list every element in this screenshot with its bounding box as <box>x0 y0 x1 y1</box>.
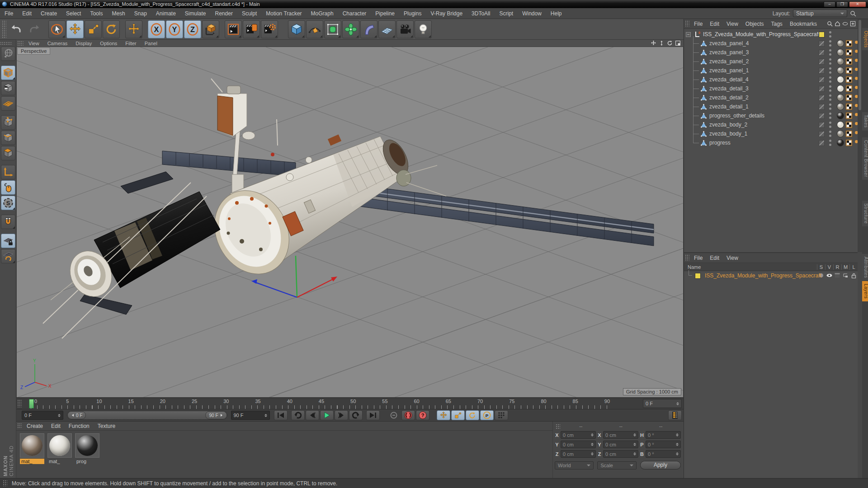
object-row[interactable]: zvezda_panel_2 <box>684 57 858 66</box>
lock-toggle[interactable] <box>849 273 858 278</box>
position-field[interactable]: 0 cm <box>561 450 596 458</box>
coordinate-space-dropdown[interactable]: World <box>555 461 594 469</box>
menu-item[interactable]: Tools <box>85 10 107 17</box>
cloner-button[interactable] <box>342 20 359 38</box>
material-grip[interactable] <box>17 423 22 429</box>
timeline-mode-button[interactable] <box>668 410 682 420</box>
editor-render-dots[interactable] <box>829 122 831 128</box>
layout-dropdown[interactable]: Startup <box>793 9 847 17</box>
range-start-handle[interactable]: 0 F <box>67 411 86 419</box>
material-tag[interactable] <box>837 76 844 83</box>
camera-button[interactable] <box>396 20 414 38</box>
undo-button[interactable] <box>8 20 25 38</box>
tab-attributes[interactable]: Attributes <box>862 254 868 281</box>
object-manager-menu-item[interactable]: View <box>723 21 742 27</box>
home-icon[interactable] <box>835 21 840 27</box>
menu-item[interactable]: MoGraph <box>307 10 338 17</box>
uvw-tag[interactable] <box>845 40 853 47</box>
subdivision-surface-button[interactable] <box>324 20 341 38</box>
preview-range-slider[interactable]: 0 F 90 F <box>67 411 227 420</box>
material-tag[interactable] <box>837 130 844 137</box>
material-menu-item[interactable]: Texture <box>94 423 119 429</box>
render-view-button[interactable] <box>225 20 242 38</box>
layer-color-chip[interactable] <box>695 273 701 279</box>
menu-item[interactable]: Plugins <box>399 10 426 17</box>
menu-item[interactable]: Mesh <box>107 10 129 17</box>
material-label[interactable]: mat_ <box>47 459 72 464</box>
model-mode-button[interactable] <box>1 66 15 80</box>
rotation-field[interactable]: 0 ° <box>646 441 681 448</box>
menu-item[interactable]: Render <box>211 10 237 17</box>
palette-grip[interactable] <box>0 42 12 45</box>
visibility-toggle[interactable] <box>819 86 825 92</box>
add-layer-icon[interactable] <box>850 21 856 27</box>
close-button[interactable]: ✕ <box>849 1 866 7</box>
object-row-root[interactable]: – 0 ISS_Zvezda_Module_with_Progress_Spac… <box>684 30 858 39</box>
menu-item[interactable]: Simulate <box>180 10 211 17</box>
toggle-panel-icon[interactable] <box>675 40 681 46</box>
editor-render-dots[interactable] <box>829 40 831 47</box>
move-tool-button[interactable] <box>66 20 84 38</box>
material-tag[interactable] <box>837 112 844 119</box>
collapse-icon[interactable]: – <box>686 32 691 37</box>
polygons-mode-button[interactable] <box>1 146 15 160</box>
add-cube-button[interactable] <box>288 20 305 38</box>
visibility-toggle[interactable] <box>819 104 825 110</box>
range-start-field[interactable]: 0 F <box>22 411 63 420</box>
material-menu-item[interactable]: Create <box>23 423 47 429</box>
object-row[interactable]: zvezda_detail_4 <box>684 75 858 84</box>
play-forwards-button[interactable] <box>320 410 334 420</box>
layer-manager-menu-item[interactable]: View <box>723 255 742 261</box>
object-row[interactable]: zvezda_body_2 <box>684 120 858 129</box>
material-item[interactable]: prog <box>75 433 100 464</box>
keyframe-rotation-button[interactable] <box>466 410 479 420</box>
workplane-rotate-button[interactable] <box>1 249 15 263</box>
visibility-toggle[interactable] <box>819 140 825 146</box>
editor-render-dots[interactable] <box>829 85 831 92</box>
material-thumbnail[interactable] <box>47 433 72 458</box>
deformer-button[interactable] <box>360 20 377 38</box>
menu-item[interactable]: 3DToAll <box>467 10 495 17</box>
lock-x-axis-button[interactable]: X <box>148 20 165 38</box>
material-thumbnail[interactable] <box>20 433 44 458</box>
visibility-toggle[interactable] <box>819 95 825 101</box>
material-tag[interactable] <box>837 67 844 74</box>
rotate-tool-button[interactable] <box>103 20 120 38</box>
editor-render-dots[interactable] <box>829 94 831 101</box>
tab-layers[interactable]: Layers <box>862 281 868 301</box>
object-manager-menu-item[interactable]: Tags <box>768 21 786 27</box>
editor-render-dots[interactable] <box>829 140 831 146</box>
maximize-button[interactable]: ❐ <box>836 1 848 7</box>
visibility-toggle[interactable] <box>819 68 825 74</box>
layer-manager-grip[interactable] <box>685 254 689 261</box>
material-tag[interactable] <box>837 103 844 110</box>
menu-item[interactable]: Pipeline <box>371 10 399 17</box>
menu-item[interactable]: Script <box>495 10 518 17</box>
scale-tool-button[interactable] <box>85 20 102 38</box>
material-thumbnail[interactable] <box>75 433 99 458</box>
keyframe-selection-button[interactable] <box>495 410 508 420</box>
next-frame-button[interactable] <box>335 410 348 420</box>
previous-frame-button[interactable] <box>306 410 319 420</box>
record-active-objects-button[interactable] <box>401 410 415 420</box>
last-tool-button[interactable] <box>125 20 142 38</box>
uvw-tag[interactable] <box>845 139 853 146</box>
search-icon[interactable] <box>850 10 856 17</box>
workplane-mode-button[interactable] <box>1 96 15 111</box>
viewport-menu-item[interactable]: View <box>24 41 43 46</box>
snap-button[interactable]: S <box>1 196 15 210</box>
viewport-menu-item[interactable]: Panel <box>141 41 161 46</box>
material-tag[interactable] <box>837 58 844 65</box>
scale-field[interactable]: 0 cm <box>603 441 638 448</box>
material-label[interactable]: prog <box>75 459 99 464</box>
uvw-tag[interactable] <box>845 49 853 56</box>
editor-render-dots[interactable] <box>829 131 831 137</box>
layer-manager-menu-item[interactable]: File <box>690 255 706 261</box>
menu-item[interactable]: Character <box>338 10 371 17</box>
object-row[interactable]: zvezda_detail_3 <box>684 84 858 93</box>
material-menu-item[interactable]: Edit <box>47 423 65 429</box>
uvw-tag[interactable] <box>845 67 853 74</box>
uvw-tag[interactable] <box>845 103 853 110</box>
uvw-tag[interactable] <box>845 76 853 83</box>
keyframe-scale-button[interactable] <box>451 410 465 420</box>
